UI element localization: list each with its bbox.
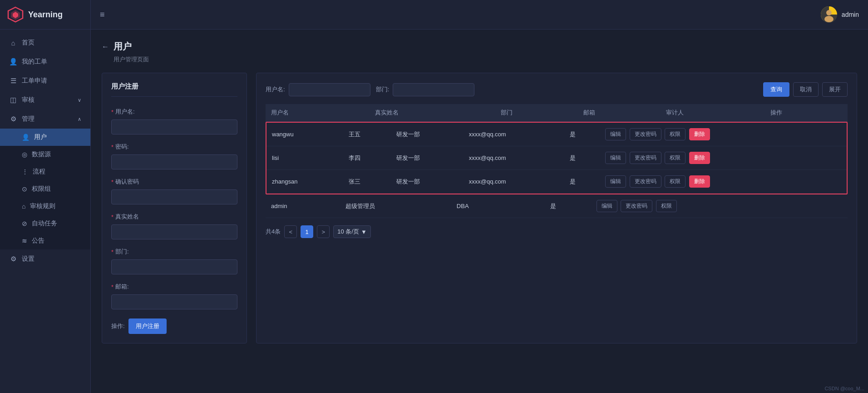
change-password-button[interactable]: 更改密码 [630, 152, 661, 164]
permission-button[interactable]: 权限 [665, 128, 686, 140]
cell-department: 研发一部 [391, 146, 464, 170]
cell-username: lisi [266, 146, 343, 170]
change-password-button[interactable]: 更改密码 [621, 200, 652, 212]
department-input[interactable] [111, 259, 237, 274]
permission-button[interactable]: 权限 [665, 152, 686, 164]
sidebar-item-datasource-label: 数据源 [32, 150, 51, 159]
sidebar: Yearning ⌂ 首页 👤 我的工单 ☰ 工单申请 ◫ 审核 ∨ ⚙ 管理 … [0, 0, 91, 393]
pagination-next[interactable]: > [317, 225, 330, 238]
content-grid: 用户注册 * 用户名: * 密码: [102, 73, 857, 343]
confirm-password-label: * 确认密码 [111, 178, 237, 186]
expand-button[interactable]: 展开 [822, 82, 848, 97]
header: ≡ admin [91, 0, 868, 30]
svg-point-4 [826, 10, 832, 15]
search-department-label: 部门: [376, 85, 390, 94]
change-password-button[interactable]: 更改密码 [630, 175, 661, 188]
cell-department: 研发一部 [391, 123, 464, 146]
cell-actions: 编辑 更改密码 权限 删除 [600, 123, 847, 146]
cell-actions: 编辑 更改密码 权限 [591, 194, 848, 218]
edit-button[interactable]: 编辑 [605, 152, 626, 164]
cell-auditor: 是 [564, 123, 600, 146]
change-password-button[interactable]: 更改密码 [630, 128, 661, 140]
edit-button[interactable]: 编辑 [605, 175, 626, 188]
edit-button[interactable]: 编辑 [597, 200, 617, 212]
sidebar-item-datasource[interactable]: ◎ 数据源 [0, 146, 90, 163]
required-mark-cpw: * [111, 179, 113, 185]
sidebar-item-workorder-apply[interactable]: ☰ 工单申请 [0, 71, 90, 90]
cell-username: zhangsan [266, 170, 343, 194]
username-input[interactable] [111, 119, 237, 134]
cell-auditor: 是 [564, 146, 600, 170]
permission-button[interactable]: 权限 [665, 175, 686, 188]
col-username: 用户名 [266, 104, 370, 122]
manage-icon: ⚙ [9, 115, 17, 123]
sidebar-item-permission-group[interactable]: ⊙ 权限组 [0, 180, 90, 198]
main-wrapper: ≡ admin ← 用户 用户管理页面 用户注册 [91, 0, 868, 393]
sidebar-item-user[interactable]: 👤 用户 [0, 129, 90, 146]
search-username-input[interactable] [289, 83, 370, 96]
required-mark-email: * [111, 284, 113, 290]
query-button[interactable]: 查询 [763, 82, 789, 97]
highlighted-table: wangwu 王五 研发一部 xxxx@qq.com 是 编辑 更改密码 权限 … [266, 123, 847, 194]
sidebar-item-home[interactable]: ⌂ 首页 [0, 33, 90, 52]
home-icon: ⌂ [9, 39, 17, 47]
hamburger-button[interactable]: ≡ [100, 10, 105, 20]
content: ← 用户 用户管理页面 用户注册 * 用户名: * 密码: [91, 30, 868, 393]
sidebar-item-announcement[interactable]: ≋ 公告 [0, 232, 90, 249]
cell-email [515, 194, 545, 218]
table-container: 用户名 真实姓名 部门 邮箱 审计人 操作 [266, 104, 848, 218]
edit-button[interactable]: 编辑 [605, 128, 626, 140]
person-icon: 👤 [9, 58, 17, 66]
back-button[interactable]: ← [102, 43, 109, 51]
sidebar-item-flow[interactable]: ⋮ 流程 [0, 163, 90, 180]
required-mark: * [111, 109, 113, 115]
pagination-page-1[interactable]: 1 [301, 225, 313, 238]
sidebar-item-audit-rule[interactable]: ⌂ 审核规则 [0, 198, 90, 215]
user-icon: 👤 [22, 134, 30, 141]
pagination-prev[interactable]: < [284, 225, 297, 238]
sidebar-item-settings[interactable]: ⚙ 设置 [0, 249, 90, 269]
permission-button[interactable]: 权限 [656, 200, 677, 212]
sidebar-item-manage[interactable]: ⚙ 管理 ∧ [0, 109, 90, 129]
sidebar-item-auto-task-label: 自动任务 [32, 219, 57, 228]
password-label-text: 密码: [115, 143, 129, 151]
page-subtitle: 用户管理页面 [113, 55, 857, 64]
delete-button[interactable]: 删除 [689, 175, 710, 188]
sidebar-item-auto-task[interactable]: ⊘ 自动任务 [0, 215, 90, 232]
avatar [821, 6, 837, 23]
header-left: ≡ [100, 10, 105, 20]
delete-button[interactable]: 删除 [689, 128, 710, 140]
cell-auditor: 是 [564, 170, 600, 194]
sidebar-item-my-workorder[interactable]: 👤 我的工单 [0, 52, 90, 71]
page-header: ← 用户 [102, 40, 857, 53]
col-department: 部门 [495, 104, 578, 122]
cell-real-name: 超级管理员 [340, 194, 451, 218]
normal-table: admin 超级管理员 DBA 是 编辑 更改密码 权限 [266, 194, 848, 218]
delete-button[interactable]: 删除 [689, 152, 710, 164]
search-department-input[interactable] [393, 83, 474, 96]
real-name-input[interactable] [111, 224, 237, 239]
search-username-field: 用户名: [266, 83, 370, 96]
sidebar-item-home-label: 首页 [22, 39, 81, 47]
sidebar-item-settings-label: 设置 [22, 255, 81, 263]
sidebar-item-audit-rule-label: 审核规则 [30, 202, 55, 210]
cell-email: xxxx@qq.com [464, 123, 564, 146]
sidebar-logo: Yearning [0, 0, 90, 30]
admin-username: admin [842, 11, 859, 18]
table-row: zhangsan 张三 研发一部 xxxx@qq.com 是 编辑 更改密码 权… [266, 170, 847, 194]
cell-username: admin [266, 194, 340, 218]
password-input[interactable] [111, 154, 237, 169]
cancel-button[interactable]: 取消 [793, 82, 819, 97]
page-size-label: 10 条/页 [337, 228, 359, 236]
register-button[interactable]: 用户注册 [128, 318, 167, 334]
form-actions: 操作: 用户注册 [111, 318, 237, 334]
form-item-confirm-password: * 确认密码 [111, 178, 237, 204]
confirm-password-input[interactable] [111, 189, 237, 204]
pagination-total: 共4条 [266, 228, 281, 236]
col-email: 邮箱 [578, 104, 661, 122]
sidebar-item-audit[interactable]: ◫ 审核 ∨ [0, 90, 90, 109]
search-department-field: 部门: [376, 83, 475, 96]
cell-real-name: 李四 [343, 146, 391, 170]
email-input[interactable] [111, 294, 237, 309]
page-size-selector[interactable]: 10 条/页 ▼ [333, 225, 371, 238]
